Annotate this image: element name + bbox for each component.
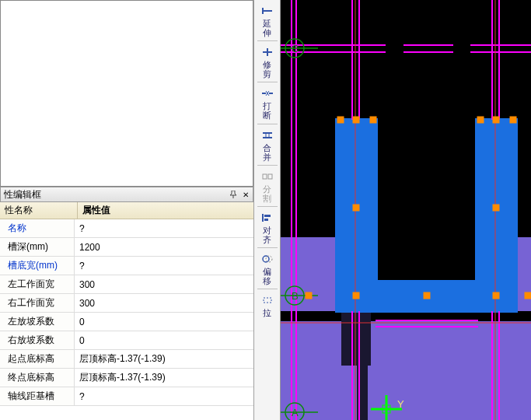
grid-body[interactable]: 名称?槽深(mm)1200槽底宽(mm)?左工作面宽300右工作面宽300左放坡…	[0, 219, 253, 420]
row-name: 起点底标高	[0, 350, 75, 368]
row-value[interactable]: 300	[75, 294, 253, 312]
table-row[interactable]: 左放坡系数0	[0, 313, 253, 331]
table-row[interactable]: 名称?	[0, 219, 253, 238]
svg-rect-14	[264, 215, 271, 217]
row-name: 右工作面宽	[0, 294, 75, 312]
svg-rect-11	[263, 174, 267, 179]
row-value[interactable]: 0	[75, 313, 253, 331]
svg-rect-20	[281, 321, 531, 420]
offset-icon	[260, 253, 274, 265]
stretch-button[interactable]: 拉	[256, 291, 279, 319]
table-row[interactable]: 槽深(mm)1200	[0, 238, 253, 257]
panel-title: 性编辑框	[4, 188, 41, 201]
tool-label: 修剪	[263, 60, 271, 79]
table-row[interactable]: 起点底标高层顶标高-1.37(-1.39)	[0, 350, 253, 369]
tool-label: 分割	[263, 184, 271, 203]
stretch-icon	[260, 294, 274, 306]
svg-rect-64	[493, 292, 499, 299]
table-row[interactable]: 右放坡系数0	[0, 331, 253, 350]
svg-rect-57	[477, 117, 484, 123]
split-icon	[260, 170, 274, 183]
svg-rect-62	[353, 292, 359, 299]
drawing-canvas[interactable]: C B A Y	[281, 0, 531, 420]
trim-button[interactable]: 修剪	[256, 43, 279, 80]
svg-rect-15	[264, 219, 268, 221]
row-name: 槽深(mm)	[0, 238, 75, 256]
svg-rect-65	[525, 292, 531, 299]
grid-header: 性名称 属性值	[0, 202, 253, 219]
svg-rect-58	[493, 117, 499, 123]
svg-text:Y: Y	[397, 398, 404, 410]
break-icon	[260, 87, 274, 100]
svg-rect-56	[353, 117, 359, 123]
marker-a: A	[292, 407, 299, 418]
row-value[interactable]: 层顶标高-1.37(-1.39)	[75, 369, 253, 387]
row-value[interactable]: 300	[75, 275, 253, 293]
row-name: 终点底标高	[0, 369, 75, 387]
table-row[interactable]: 槽底宽(mm)?	[0, 257, 253, 275]
svg-rect-18	[264, 298, 271, 303]
offset-button[interactable]: 偏移	[256, 250, 279, 287]
merge-button[interactable]: 合并	[256, 126, 279, 163]
tool-label: 合并	[263, 143, 271, 162]
split-button: 分割	[256, 167, 279, 205]
row-value[interactable]: 层顶标高-1.37(-1.39)	[75, 350, 253, 368]
tool-label: 打断	[263, 101, 271, 120]
marker-b: B	[292, 290, 299, 302]
extend-button[interactable]: 延伸	[256, 2, 279, 39]
extend-icon	[260, 5, 274, 17]
pin-icon[interactable]	[228, 189, 239, 200]
svg-rect-12	[268, 174, 272, 179]
align-button[interactable]: 对齐	[256, 208, 279, 246]
svg-rect-66	[306, 292, 312, 299]
tool-label: 偏移	[263, 267, 271, 285]
row-name: 槽底宽(mm)	[0, 257, 75, 275]
table-row[interactable]: 轴线距基槽?	[0, 387, 253, 406]
merge-icon	[260, 129, 274, 142]
svg-rect-61	[493, 205, 499, 211]
tool-label: 延伸	[263, 19, 271, 37]
row-name: 右放坡系数	[0, 331, 75, 349]
row-value[interactable]: 0	[75, 331, 253, 349]
svg-rect-59	[510, 117, 516, 123]
marker-c: C	[292, 43, 299, 54]
svg-rect-54	[337, 117, 344, 123]
trim-icon	[260, 46, 274, 58]
row-name: 左放坡系数	[0, 313, 75, 331]
tool-label: 拉	[263, 308, 271, 317]
blank-area	[0, 0, 253, 187]
close-icon[interactable]: ✕	[240, 189, 251, 200]
svg-rect-60	[353, 205, 359, 211]
tool-label: 对齐	[263, 226, 271, 244]
table-row[interactable]: 终点底标高层顶标高-1.37(-1.39)	[0, 369, 253, 387]
header-value: 属性值	[78, 202, 253, 219]
svg-rect-55	[370, 117, 376, 123]
table-row[interactable]: 左工作面宽300	[0, 275, 253, 294]
left-panel: 性编辑框 ✕ 性名称 属性值 名称?槽深(mm)1200槽底宽(mm)?左工作面…	[0, 0, 254, 420]
row-name: 名称	[0, 219, 75, 237]
row-value[interactable]: ?	[75, 257, 253, 275]
row-value[interactable]: ?	[75, 387, 253, 405]
svg-rect-26	[378, 118, 475, 280]
table-row[interactable]: 右工作面宽300	[0, 294, 253, 313]
break-button[interactable]: 打断	[256, 84, 279, 121]
row-name: 轴线距基槽	[0, 387, 75, 405]
align-icon	[260, 212, 274, 224]
row-value[interactable]: ?	[75, 219, 253, 237]
row-value[interactable]: 1200	[75, 238, 253, 256]
svg-rect-63	[424, 292, 430, 299]
row-name: 左工作面宽	[0, 275, 75, 293]
vertical-toolbar: 延伸修剪打断合并分割对齐偏移拉	[254, 0, 281, 420]
property-panel-header: 性编辑框 ✕	[0, 187, 253, 202]
header-name: 性名称	[0, 202, 78, 219]
